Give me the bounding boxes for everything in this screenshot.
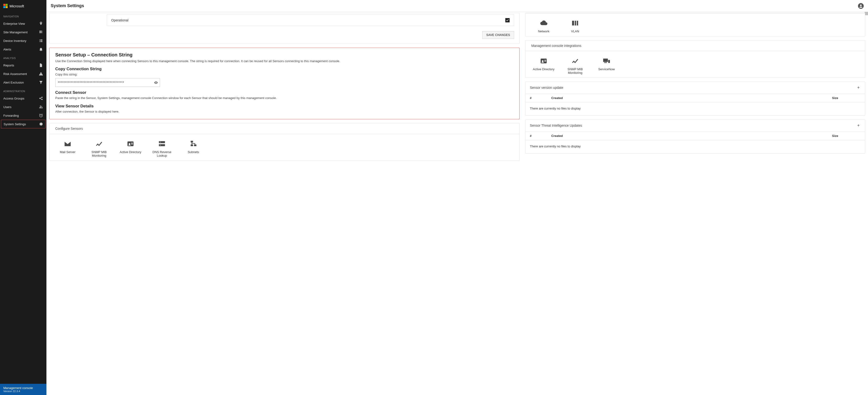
sidebar-item-alerts[interactable]: Alerts — [0, 45, 46, 54]
tile-network[interactable]: Network — [528, 18, 559, 35]
col-size: Size — [832, 96, 861, 100]
eye-icon — [154, 81, 158, 85]
tile-dns-reverse-lookup[interactable]: DNS Reverse Lookup — [146, 138, 178, 159]
operational-label: Operational — [111, 18, 128, 22]
nav-label: Device Inventory — [3, 39, 26, 42]
nav-label: Enterprise View — [3, 22, 25, 26]
gear-icon — [38, 122, 43, 126]
nav-section-navigation: NAVIGATION — [0, 12, 46, 19]
empty-message: There are currently no files to display — [526, 140, 865, 153]
chart-icon — [570, 57, 580, 65]
tile-label: Active Directory — [120, 150, 141, 154]
footer-title: Management console — [3, 386, 43, 390]
tile-mail-server[interactable]: Mail Server — [52, 138, 83, 159]
sidebar-item-forwarding[interactable]: Forwarding — [0, 111, 46, 120]
sidebar-item-alert-exclusion[interactable]: Alert Exclusion — [0, 78, 46, 87]
user-icon — [858, 3, 864, 8]
sidebar-footer: Management console Version 22.3.4 — [0, 384, 46, 395]
card-configure-sensors: Configure Sensors Mail Server SNMP MIB M… — [49, 123, 520, 161]
nav-label: Reports — [3, 64, 14, 67]
save-changes-button[interactable]: SAVE CHANGES — [482, 31, 514, 39]
integrations-title: Management console integrations — [526, 40, 865, 51]
check-icon — [506, 19, 509, 22]
badge-icon — [125, 140, 136, 148]
col-num: # — [530, 96, 551, 100]
nav-label: System Settings — [4, 122, 26, 126]
tile-active-directory[interactable]: Active Directory — [115, 138, 146, 159]
nav-label: Alerts — [3, 48, 11, 51]
sidebar-item-site-management[interactable]: Site Management — [0, 28, 46, 36]
nav-section-administration: ADMINISTRATION — [0, 87, 46, 94]
add-version-button[interactable]: + — [856, 85, 861, 90]
reveal-button[interactable] — [154, 81, 158, 85]
content: Operational SAVE CHANGES Sensor Setup – … — [46, 12, 868, 395]
svg-point-26 — [860, 4, 862, 6]
add-threat-update-button[interactable]: + — [856, 123, 861, 128]
sidebar-item-reports[interactable]: Reports — [0, 61, 46, 69]
tile-vlan[interactable]: VLAN — [559, 18, 591, 35]
user-avatar[interactable] — [858, 3, 864, 9]
nav-label: Forwarding — [3, 114, 19, 117]
nav-label: Risk Assessment — [3, 72, 27, 76]
connect-text: Paste the string in the Sensor, System S… — [55, 96, 514, 100]
tile-integ-snmp[interactable]: SNMP MIB Monitoring — [559, 56, 591, 76]
devices-icon — [601, 57, 612, 65]
card-integrations: Management console integrations Active D… — [525, 40, 865, 78]
warning-icon — [39, 72, 43, 76]
main: System Settings Operational — [46, 0, 868, 395]
operational-checkbox[interactable] — [505, 18, 509, 22]
nav-label: Users — [3, 105, 11, 109]
operational-row: Operational — [107, 14, 514, 26]
view-text: After connection, the Sensor is displaye… — [55, 110, 514, 114]
sidebar: Microsoft NAVIGATION Enterprise View Sit… — [0, 0, 46, 395]
tile-integ-servicenow[interactable]: ServiceNow — [591, 56, 622, 76]
connect-heading: Connect Sensor — [55, 90, 514, 95]
sidebar-item-enterprise-view[interactable]: Enterprise View — [0, 19, 46, 28]
tile-integ-active-directory[interactable]: Active Directory — [528, 56, 559, 76]
empty-message: There are currently no files to display — [526, 102, 865, 116]
header: System Settings — [46, 0, 868, 12]
tile-label: ServiceNow — [598, 67, 615, 71]
scrollbar-thumb[interactable] — [865, 12, 868, 15]
location-icon — [39, 22, 43, 26]
sidebar-item-device-inventory[interactable]: Device Inventory — [0, 36, 46, 45]
vlan-icon — [570, 19, 580, 27]
sidebar-item-system-settings[interactable]: System Settings — [1, 120, 45, 128]
nav-label: Alert Exclusion — [3, 81, 24, 84]
page-title: System Settings — [51, 3, 84, 8]
filter-icon — [39, 80, 43, 85]
col-size: Size — [832, 134, 861, 138]
card-sensor-version-update: Sensor version update + # Created Size T… — [525, 82, 865, 116]
brand-name: Microsoft — [9, 4, 24, 8]
tile-label: Active Directory — [533, 67, 555, 71]
nav-label: Access Groups — [3, 97, 24, 100]
sidebar-item-risk-assessment[interactable]: Risk Assessment — [0, 69, 46, 78]
sidebar-item-access-groups[interactable]: Access Groups — [0, 94, 46, 102]
connection-string-input[interactable] — [55, 78, 160, 87]
share-icon — [39, 96, 43, 100]
panel-title: Sensor version update — [530, 86, 563, 90]
tile-subnets[interactable]: Subnets — [178, 138, 209, 159]
copy-heading: Copy Connection String — [55, 67, 514, 71]
bell-icon — [39, 47, 43, 52]
col-created: Created — [551, 134, 832, 138]
dns-icon — [157, 140, 167, 148]
card-sensor-setup: Sensor Setup – Connection String Use the… — [49, 48, 520, 119]
tile-label: Subnets — [188, 150, 199, 154]
sensor-setup-title: Sensor Setup – Connection String — [55, 52, 514, 58]
footer-version: Version 22.3.4 — [3, 390, 43, 393]
tile-snmp-monitoring[interactable]: SNMP MIB Monitoring — [83, 138, 115, 159]
view-heading: View Sensor Details — [55, 104, 514, 109]
nav-label: Site Management — [3, 30, 28, 34]
badge-icon — [538, 57, 549, 65]
sensor-setup-intro: Use the Connection String displayed here… — [55, 59, 514, 63]
sidebar-item-users[interactable]: Users — [0, 102, 46, 111]
card-right-top: Network VLAN — [525, 13, 865, 36]
panel-title: Sensor Threat Intelligence Updates — [530, 124, 582, 127]
document-icon — [39, 63, 43, 67]
group-icon — [39, 105, 43, 109]
site-icon — [39, 30, 43, 34]
copy-label: Copy this string: — [55, 72, 514, 77]
list-icon — [39, 38, 43, 43]
col-num: # — [530, 134, 551, 138]
